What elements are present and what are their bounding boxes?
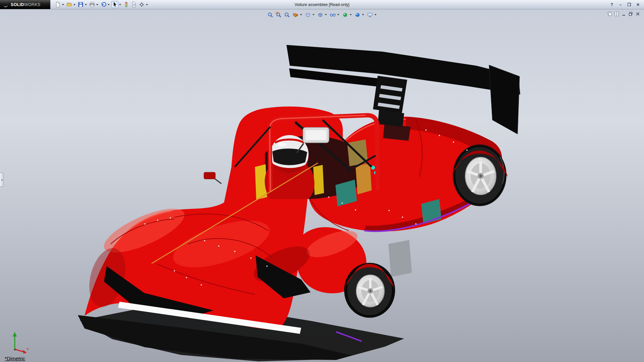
graphics-viewport[interactable]: x ◂ *Dimetric <box>0 9 644 362</box>
select-button[interactable] <box>111 1 118 8</box>
windscreen-amber-panel <box>356 163 372 194</box>
doc-cascade-button[interactable] <box>607 11 612 16</box>
hide-show-items-dropdown-arrow[interactable] <box>337 14 339 15</box>
options-button[interactable] <box>138 1 145 8</box>
window-title: Voiture assemblee [Read-only] <box>294 2 349 7</box>
seat-belt-right <box>313 165 324 195</box>
open-button[interactable] <box>66 1 73 8</box>
view-orientation-dropdown-arrow[interactable] <box>313 14 315 15</box>
display-style-dropdown-arrow[interactable] <box>325 14 327 15</box>
zoom-to-area-button[interactable] <box>275 11 282 18</box>
new-document-dropdown-arrow[interactable] <box>62 4 64 5</box>
featuremanager-collapse-tab[interactable]: ◂ <box>0 173 4 187</box>
options-dropdown-arrow[interactable] <box>146 4 148 5</box>
select-dropdown-arrow[interactable] <box>119 4 121 5</box>
help-button[interactable]: ? <box>608 2 615 8</box>
viewport-canvas[interactable]: x <box>0 9 644 362</box>
front-wheel[interactable] <box>344 263 395 318</box>
doc-close-button[interactable] <box>635 11 641 16</box>
close-button[interactable]: ✕ <box>635 2 641 8</box>
hide-show-items-button[interactable] <box>329 11 336 18</box>
apply-scene-button[interactable] <box>354 11 361 18</box>
view-settings-dropdown-arrow[interactable] <box>375 14 377 15</box>
undo-button[interactable] <box>100 1 107 8</box>
doc-minimize-button[interactable] <box>621 11 627 16</box>
doc-restore-button[interactable] <box>628 11 634 16</box>
apply-scene-dropdown-arrow[interactable] <box>362 14 364 15</box>
solidworks-logo: SOLIDWORKS <box>0 0 50 9</box>
edit-appearance-dropdown-arrow[interactable] <box>350 14 352 15</box>
file-properties-button[interactable] <box>130 1 138 8</box>
new-document-button[interactable] <box>54 1 61 8</box>
rear-wheel[interactable] <box>453 144 506 206</box>
open-dropdown-arrow[interactable] <box>73 4 75 5</box>
engine-intake <box>383 124 411 141</box>
side-sill-gray[interactable] <box>388 240 412 277</box>
heads-up-toolbar <box>267 11 378 18</box>
display-style-button[interactable] <box>317 11 324 18</box>
previous-view-button[interactable] <box>283 11 291 18</box>
rebuild-button[interactable] <box>123 1 130 8</box>
section-view-button[interactable] <box>292 11 299 18</box>
save-dropdown-arrow[interactable] <box>85 4 87 5</box>
document-window-controls <box>607 11 641 16</box>
view-orientation-button[interactable] <box>304 11 312 18</box>
doc-tile-button[interactable] <box>614 11 620 16</box>
maximize-button[interactable]: ❐ <box>626 2 633 8</box>
zoom-to-fit-button[interactable] <box>267 11 274 18</box>
triad-x-label: x <box>27 347 29 351</box>
window-controls: ?–❐✕ <box>608 0 641 9</box>
undo-dropdown-arrow[interactable] <box>108 4 110 5</box>
minimize-button[interactable]: – <box>617 2 624 8</box>
main-toolbar <box>54 1 149 8</box>
print-button[interactable] <box>89 1 96 8</box>
section-view-dropdown-arrow[interactable] <box>300 14 302 15</box>
view-orientation-label: *Dimetric <box>5 356 25 361</box>
solidworks-logo-icon <box>3 2 9 8</box>
save-button[interactable] <box>77 1 84 8</box>
view-settings-button[interactable] <box>366 11 374 18</box>
titlebar: SOLIDWORKS Voiture assemblee [Read-only]… <box>0 0 644 9</box>
edit-appearance-button[interactable] <box>341 11 349 18</box>
brand-text: SOLIDWORKS <box>11 2 40 7</box>
print-dropdown-arrow[interactable] <box>96 4 98 5</box>
